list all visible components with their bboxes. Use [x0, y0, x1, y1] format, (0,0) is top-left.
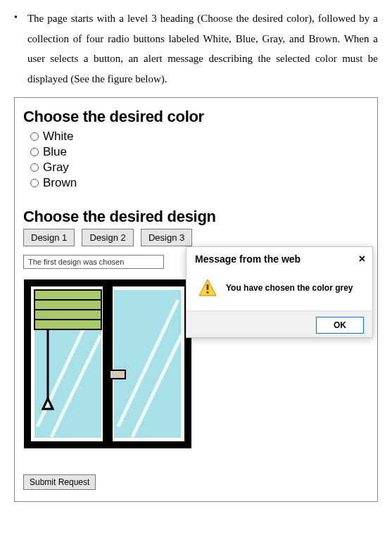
design-button-row: Design 1 Design 2 Design 3: [23, 229, 369, 246]
svg-rect-10: [34, 310, 101, 320]
mockup-frame: Choose the desired color White Blue Gray…: [14, 97, 378, 502]
heading-choose-color: Choose the desired color: [23, 108, 369, 126]
instruction-text: The page starts with a level 3 heading (…: [27, 8, 378, 89]
warning-icon: [198, 278, 217, 298]
alert-message: You have chosen the color grey: [226, 283, 353, 293]
alert-titlebar: Message from the web ×: [186, 247, 372, 268]
radio-label: Brown: [43, 175, 77, 191]
svg-rect-8: [34, 290, 101, 300]
radio-gray[interactable]: Gray: [30, 160, 369, 175]
radio-label: Blue: [43, 144, 67, 160]
illustration-area: Message from the web × You have chosen t…: [23, 279, 369, 462]
design-1-button[interactable]: Design 1: [23, 229, 75, 246]
svg-rect-16: [207, 284, 209, 290]
radio-brown[interactable]: Brown: [30, 175, 369, 191]
alert-footer: OK: [186, 310, 372, 337]
alert-dialog: Message from the web × You have chosen t…: [186, 246, 373, 338]
radio-icon: [30, 148, 39, 156]
submit-row: Submit Request: [23, 474, 369, 490]
svg-rect-17: [207, 291, 209, 294]
window-illustration: [23, 279, 192, 455]
alert-title-text: Message from the web: [195, 253, 301, 265]
design-status-text: The first design was chosen: [23, 255, 164, 269]
design-3-button[interactable]: Design 3: [141, 229, 192, 246]
bullet-icon: •: [14, 8, 18, 26]
radio-label: White: [43, 129, 73, 144]
radio-icon: [30, 132, 39, 141]
ok-button[interactable]: OK: [316, 317, 364, 334]
design-2-button[interactable]: Design 2: [82, 229, 133, 246]
svg-rect-11: [34, 320, 101, 329]
instruction-bullet: • The page starts with a level 3 heading…: [14, 8, 378, 89]
radio-icon: [30, 179, 39, 187]
svg-rect-14: [110, 370, 125, 379]
svg-rect-1: [103, 283, 113, 445]
radio-label: Gray: [43, 160, 69, 175]
close-icon[interactable]: ×: [359, 253, 365, 265]
svg-rect-9: [34, 300, 101, 310]
radio-icon: [30, 163, 39, 172]
color-radio-group: White Blue Gray Brown: [30, 129, 369, 191]
radio-white[interactable]: White: [30, 129, 369, 144]
submit-request-button[interactable]: Submit Request: [23, 474, 96, 490]
radio-blue[interactable]: Blue: [30, 144, 369, 160]
heading-choose-design: Choose the desired design: [23, 208, 369, 226]
alert-body: You have chosen the color grey: [186, 268, 372, 310]
